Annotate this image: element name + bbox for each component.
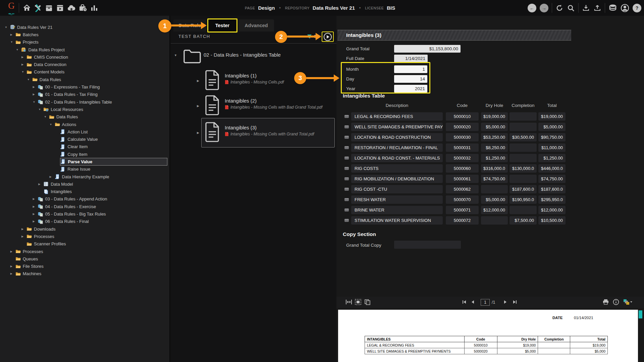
- completion-cell[interactable]: $7,500.00: [509, 216, 537, 225]
- doc-title[interactable]: Intangibles (3): [225, 125, 314, 130]
- stats-icon[interactable]: [91, 4, 98, 12]
- description-cell[interactable]: RIG COST -CTU: [351, 185, 443, 193]
- expand-icon[interactable]: ▶: [33, 213, 38, 216]
- document-icon[interactable]: [204, 95, 220, 116]
- code-cell[interactable]: 5000062: [446, 185, 479, 193]
- expand-icon[interactable]: ▶: [10, 33, 15, 36]
- tree-item[interactable]: Action List: [0, 128, 169, 135]
- tree-item[interactable]: ▼Projects: [0, 39, 169, 46]
- run-test-button[interactable]: [324, 33, 332, 41]
- collapse-icon[interactable]: ▼: [16, 48, 21, 51]
- tree-item[interactable]: ▼Data Rules Project: [0, 46, 169, 53]
- tree-item[interactable]: Scanner Profiles: [0, 240, 169, 248]
- total-cell[interactable]: $295,950.0: [538, 195, 566, 204]
- expand-icon[interactable]: ▶: [10, 272, 15, 275]
- table-row[interactable]: RIG MOBILIZATION / DEMOBILIZATION5000061…: [336, 175, 571, 183]
- tree-item[interactable]: ▶Data Connection: [0, 61, 169, 68]
- page-number-input[interactable]: 1: [481, 299, 490, 306]
- table-row[interactable]: LOCATION & ROAD CONST. - MATERIALS500003…: [336, 154, 571, 162]
- dry-hole-cell[interactable]: [481, 216, 508, 225]
- collapse-icon[interactable]: ▼: [50, 123, 55, 126]
- viewer-scroll-marker[interactable]: [639, 310, 642, 318]
- description-cell[interactable]: RIG COSTS: [351, 164, 443, 173]
- expand-icon[interactable]: ▶: [10, 265, 15, 268]
- description-cell[interactable]: WELL SITE DAMAGES & PREEMPTIVE PAYMENTS: [351, 123, 443, 131]
- batch-process-icon[interactable]: [56, 4, 64, 12]
- row-drag-handle[interactable]: [344, 146, 349, 149]
- document-preview[interactable]: DATE 01/14/2021 INTANGIBLESCodeDry HoleC…: [338, 310, 638, 362]
- batch-folder-icon[interactable]: [183, 48, 202, 64]
- tree-item[interactable]: ▶Machines: [0, 270, 169, 278]
- dry-hole-cell[interactable]: $12,000.00: [481, 206, 508, 214]
- tab-advanced[interactable]: Advanced: [238, 19, 274, 32]
- table-row[interactable]: BRINE WATER5000071$12,000.00$12,000.00: [336, 206, 571, 214]
- dry-hole-cell[interactable]: $5,000.00: [481, 123, 508, 131]
- code-cell[interactable]: 5000010: [446, 112, 479, 121]
- page-value[interactable]: Design: [258, 5, 275, 11]
- tree-item[interactable]: ▶01 - Data Rules - Tax Filing: [0, 91, 169, 98]
- dry-hole-cell[interactable]: $1,250.00: [481, 154, 508, 162]
- database-icon[interactable]: [608, 4, 617, 12]
- tree-item[interactable]: ▶Processes: [0, 248, 169, 255]
- total-cell[interactable]: $19,000.00: [538, 112, 566, 121]
- tree-item[interactable]: Queues: [0, 255, 169, 262]
- completion-cell[interactable]: [509, 154, 537, 162]
- total-cell[interactable]: $187,600.0: [538, 185, 566, 193]
- tree-item[interactable]: ▶Processes: [0, 233, 169, 240]
- tree-item[interactable]: Copy Item: [0, 150, 169, 158]
- table-row[interactable]: WELL SITE DAMAGES & PREEMPTIVE PAYMENTS5…: [336, 123, 571, 131]
- code-cell[interactable]: 5000071: [446, 206, 479, 214]
- collapse-icon[interactable]: ▼: [5, 26, 10, 29]
- grand-total-copy-field[interactable]: [394, 241, 461, 249]
- next-page-icon[interactable]: [503, 299, 507, 306]
- job-clock-icon[interactable]: [79, 4, 88, 12]
- total-cell[interactable]: $5,000.00: [538, 123, 566, 131]
- total-cell[interactable]: $446,000.0: [538, 164, 566, 173]
- collapse-icon[interactable]: ▼: [21, 70, 26, 73]
- tree-item[interactable]: Calculate Value: [0, 135, 169, 143]
- total-cell[interactable]: $1,250.00: [538, 154, 566, 162]
- dry-hole-cell[interactable]: $8,250.00: [481, 143, 508, 152]
- help-icon[interactable]: ?: [633, 4, 641, 12]
- table-row[interactable]: RIG COST -CTU5000062$187,600.0$187,600.0: [336, 185, 571, 193]
- expand-icon[interactable]: ▶: [197, 104, 199, 108]
- tree-item[interactable]: Intangibles: [0, 188, 169, 195]
- completion-cell[interactable]: [509, 206, 537, 214]
- dry-hole-cell[interactable]: $5,000.00: [481, 195, 508, 204]
- tree-item[interactable]: ▼Local Resources: [0, 106, 169, 113]
- archive-box-icon[interactable]: [45, 4, 53, 12]
- download-icon[interactable]: [582, 4, 590, 12]
- completion-cell[interactable]: $190,950.0: [509, 195, 537, 204]
- dry-hole-cell[interactable]: $19,000.00: [481, 112, 508, 121]
- row-drag-handle[interactable]: [344, 198, 349, 201]
- code-cell[interactable]: 5000032: [446, 154, 479, 162]
- upload-icon[interactable]: [593, 4, 601, 12]
- row-drag-handle[interactable]: [344, 115, 349, 118]
- completion-cell[interactable]: [509, 175, 537, 183]
- description-cell[interactable]: LEGAL & RECORDING FEES: [351, 112, 443, 121]
- completion-cell[interactable]: $30,500.00: [509, 133, 537, 141]
- row-drag-handle[interactable]: [344, 125, 349, 128]
- selected-tree-item[interactable]: Parse Value: [60, 158, 167, 165]
- code-cell[interactable]: 5000020: [446, 123, 479, 131]
- expand-icon[interactable]: ▶: [33, 220, 38, 223]
- grooper-logo[interactable]: G: [5, 1, 17, 15]
- collapse-icon[interactable]: ▼: [33, 101, 38, 104]
- tree-item[interactable]: ▶CMIS Connection: [0, 53, 169, 61]
- expand-icon[interactable]: ▶: [21, 56, 26, 59]
- thumbnails-icon[interactable]: [355, 299, 361, 306]
- code-cell[interactable]: 5000072: [446, 216, 479, 225]
- row-drag-handle[interactable]: [344, 219, 349, 222]
- doc-list-item[interactable]: ▶Intangibles (2)Intangibles - Missing Ce…: [171, 95, 335, 120]
- code-cell[interactable]: 5000070: [446, 195, 479, 204]
- dry-hole-cell[interactable]: $53,250.00: [481, 133, 508, 141]
- fit-width-icon[interactable]: [345, 299, 352, 306]
- last-page-icon[interactable]: [512, 299, 518, 306]
- dry-hole-cell[interactable]: $316,000.0: [481, 164, 508, 173]
- completion-cell[interactable]: $187,600.0: [509, 185, 537, 193]
- user-icon[interactable]: [621, 4, 629, 12]
- document-icon[interactable]: [204, 122, 220, 142]
- home-icon[interactable]: [23, 4, 31, 12]
- description-cell[interactable]: LOCATION & ROAD CONST. - MATERIALS: [351, 154, 443, 162]
- row-drag-handle[interactable]: [344, 188, 349, 191]
